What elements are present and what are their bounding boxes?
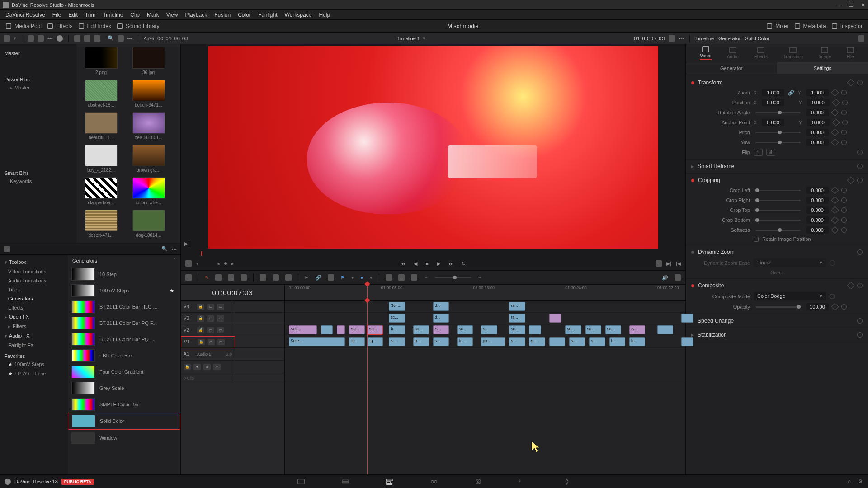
generator-item[interactable]: EBU Color Bar (68, 347, 180, 364)
anchor-y-input[interactable]: 0.000 (807, 119, 830, 126)
reset-icon[interactable] (857, 249, 863, 255)
menu-help[interactable]: Help (315, 12, 334, 18)
flag-dropdown[interactable]: ▾ (351, 275, 354, 281)
fx-category-video-transitions[interactable]: Video Transitions (0, 267, 68, 276)
generator-item[interactable]: BT.2111 Color Bar PQ F... (68, 315, 180, 331)
timeline-clip[interactable]: d... (433, 302, 449, 311)
keyframe-icon[interactable] (831, 226, 839, 234)
keyframe-icon[interactable] (831, 216, 839, 224)
sync-icon[interactable] (38, 35, 44, 42)
audiofx-header[interactable]: ▾Audio FX (0, 331, 68, 341)
keyframe-icon[interactable] (831, 109, 839, 117)
openfx-header[interactable]: ▸Open FX (0, 312, 68, 322)
timeline-clip[interactable]: b... (413, 337, 429, 346)
timeline-view-icon[interactable] (185, 274, 192, 281)
crop-bottom-input[interactable]: 0.000 (806, 216, 829, 224)
fx-category-audio-transitions[interactable]: Audio Transitions (0, 276, 68, 285)
inspector-tab-file[interactable]: File (847, 47, 854, 59)
timeline-name[interactable]: Timeline 1 (397, 36, 420, 41)
timeline-clip[interactable] (529, 325, 541, 334)
bin-display-icon[interactable] (4, 35, 10, 42)
selection-tool-icon[interactable]: ↖ (205, 275, 209, 281)
record-icon[interactable] (57, 35, 63, 42)
timeline-clip[interactable] (681, 314, 693, 323)
media-clip[interactable]: colour-whe... (127, 177, 170, 205)
reset-icon[interactable] (841, 207, 847, 213)
inspector-subtab-generator[interactable]: Generator (686, 62, 777, 74)
timeline-clip[interactable] (549, 337, 565, 346)
timeline-clip[interactable]: Scre... (289, 337, 345, 346)
play-marker-icon[interactable]: ▶| (184, 241, 189, 247)
timeline-clip[interactable]: s... (569, 337, 585, 346)
keyframe-icon[interactable] (847, 177, 855, 184)
mixer-icon[interactable]: Mixer (766, 23, 788, 29)
view-thumb-icon[interactable] (84, 35, 90, 42)
timeline-clip[interactable]: sc... (389, 314, 405, 323)
retain-position-checkbox[interactable] (754, 237, 759, 242)
composite-header[interactable]: Composite (686, 281, 868, 291)
timeline-clip[interactable]: sc... (509, 325, 525, 334)
crop-left-input[interactable]: 0.000 (806, 187, 829, 194)
timeline-clip[interactable] (337, 325, 345, 334)
home-icon[interactable]: ⌂ (848, 479, 851, 484)
anchor-x-input[interactable]: 0.000 (762, 119, 784, 126)
keyframe-icon[interactable] (832, 99, 840, 107)
menu-fairlight[interactable]: Fairlight (255, 12, 281, 18)
media-pool-icon[interactable]: Media Pool (5, 23, 42, 29)
transform-header[interactable]: Transform (686, 78, 868, 88)
bypass-icon[interactable] (669, 35, 675, 42)
inspector-tab-audio[interactable]: Audio (727, 47, 739, 59)
reset-icon[interactable] (841, 140, 847, 145)
timeline-clip[interactable]: So... (367, 325, 383, 334)
timeline-clip[interactable]: ra... (509, 302, 525, 311)
timeline-clip[interactable]: s... (433, 337, 449, 346)
reset-icon[interactable] (841, 197, 847, 203)
generator-item[interactable]: BT.2111 Color Bar HLG ... (68, 299, 180, 315)
reset-icon[interactable] (841, 227, 847, 233)
disable-track-icon[interactable]: ▭ (217, 304, 224, 310)
media-clip[interactable]: 36.jpg (127, 47, 170, 75)
lock-track-icon[interactable]: 🔒 (197, 327, 204, 333)
crop-left-slider[interactable] (755, 190, 801, 191)
blade-icon[interactable]: ✂ (305, 275, 309, 281)
viewer-more-icon[interactable]: ••• (679, 36, 684, 41)
opacity-input[interactable]: 100.00 (806, 303, 829, 310)
arm-track-icon[interactable]: ● (193, 364, 201, 370)
inspector-subtab-settings[interactable]: Settings (777, 62, 868, 74)
menu-edit[interactable]: Edit (65, 12, 81, 18)
timeline-clip[interactable] (681, 337, 693, 346)
enable-dot-icon[interactable] (691, 284, 694, 287)
minimize-button[interactable]: ─ (837, 2, 841, 8)
timeline-clip[interactable]: gir... (481, 337, 505, 346)
dynamic-zoom-header[interactable]: Dynamic Zoom (686, 247, 868, 257)
generator-item[interactable]: Solid Color (68, 413, 180, 430)
viewer-frame[interactable] (208, 46, 658, 249)
crop-right-slider[interactable] (755, 200, 801, 201)
inspector-tab-effects[interactable]: Effects (754, 47, 768, 59)
timeline-clip[interactable]: sc... (457, 325, 473, 334)
collapse-icon[interactable]: ˄ (173, 258, 176, 263)
timeline-clip[interactable]: lig... (349, 337, 365, 346)
reset-icon[interactable] (841, 217, 847, 223)
track-header-a1-controls[interactable]: 🔒●SM (181, 361, 235, 373)
fx-search-icon[interactable]: 🔍 (161, 246, 168, 252)
timeline-clip[interactable]: sc... (585, 325, 601, 334)
favorite-item[interactable]: ★TP ZO... Ease (0, 369, 68, 379)
reset-icon[interactable] (830, 294, 835, 299)
rotation-input[interactable]: 0.000 (806, 109, 829, 116)
keyframe-icon[interactable] (831, 187, 839, 194)
timeline-clip[interactable]: d... (433, 314, 449, 323)
timeline-clip[interactable]: b... (609, 337, 625, 346)
timeline-clip[interactable]: s... (481, 325, 497, 334)
power-bin-master[interactable]: ▸Master (5, 85, 72, 91)
timeline-clip[interactable] (657, 325, 673, 334)
dynamic-zoom-ease-dropdown[interactable]: Linear▾ (754, 258, 826, 267)
lock-icon[interactable] (328, 274, 334, 281)
favorite-item[interactable]: ★100mV Steps (0, 360, 68, 369)
media-clip[interactable]: dog-18014... (127, 210, 170, 238)
reset-icon[interactable] (842, 100, 848, 105)
keyframe-icon[interactable] (831, 89, 839, 97)
reset-icon[interactable] (857, 332, 863, 338)
goto-start-button[interactable]: ⏮ (401, 261, 406, 266)
media-clip[interactable]: beautiful-1... (80, 112, 123, 140)
